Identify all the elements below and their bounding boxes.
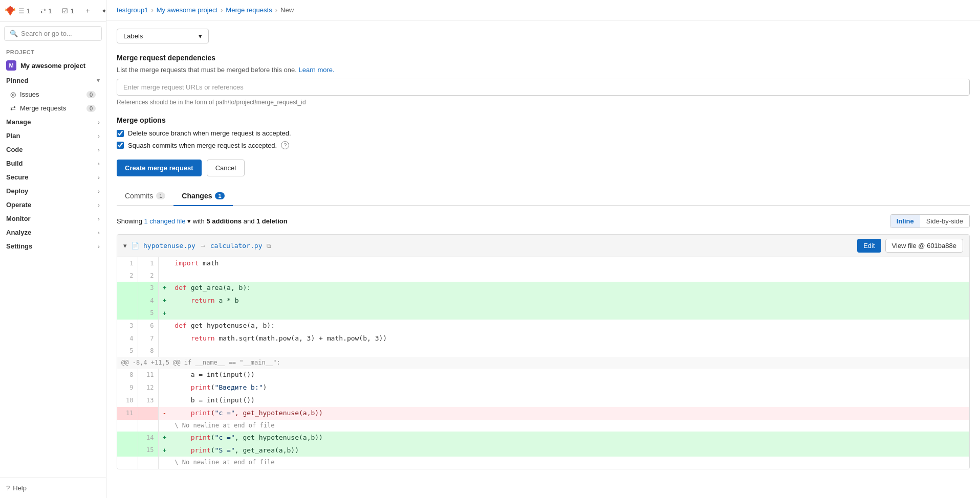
labels-dropdown[interactable]: Labels ▾ (117, 29, 209, 43)
sidebar-item-code[interactable]: Code› (0, 143, 106, 156)
main-content: testgroup1 › My awesome project › Merge … (106, 0, 980, 498)
old-line-num: 11 (117, 407, 138, 420)
sidebar-top-bar: ☰ 1 ⇄ 1 ☑ 1 ＋ ✦ (0, 0, 106, 22)
breadcrumb-group[interactable]: testgroup1 (117, 6, 148, 14)
pinned-section-header[interactable]: Pinned ▾ (0, 74, 106, 87)
breadcrumb-merge-requests[interactable]: Merge requests (226, 6, 272, 14)
add-new-button[interactable]: ＋ (82, 4, 93, 17)
sidebar-item-merge-requests[interactable]: ⇄ Merge requests 0 (0, 101, 106, 115)
line-marker (158, 457, 170, 468)
deletions-count: 1 deletion (256, 217, 288, 225)
line-content: a = int(input()) (170, 369, 969, 381)
old-line-num: 2 (117, 270, 138, 282)
collapse-icon[interactable]: ▾ (123, 242, 127, 250)
tab-commits[interactable]: Commits 1 (117, 187, 173, 206)
sidebar-item-settings[interactable]: Settings› (0, 239, 106, 253)
sidebar-item-secure[interactable]: Secure› (0, 170, 106, 184)
secure-label: Secure (6, 173, 28, 181)
old-line-num: 3 (117, 320, 138, 332)
changed-file-link[interactable]: 1 changed file (144, 217, 185, 225)
side-by-side-view-button[interactable]: Side-by-side (920, 215, 969, 228)
create-merge-request-button[interactable]: Create merge request (117, 160, 202, 176)
old-line-num: 5 (117, 345, 138, 357)
monitor-chevron-icon: › (98, 216, 100, 222)
new-line-num: 1 (138, 257, 158, 270)
inline-view-button[interactable]: Inline (890, 215, 920, 228)
old-line-num (117, 457, 138, 468)
help-label: Help (13, 484, 27, 492)
deploy-chevron-icon: › (98, 188, 100, 194)
merge-request-url-input[interactable] (117, 79, 970, 96)
breadcrumb-sep-1: › (151, 6, 153, 14)
new-line-num (138, 407, 158, 420)
monitor-label: Monitor (6, 215, 31, 222)
help-icon: ? (6, 484, 10, 492)
table-row: 15 + print("S =", get_area(a,b)) (117, 444, 969, 457)
with-text: with (193, 217, 207, 225)
new-line-num: 7 (138, 332, 158, 345)
line-content: return math.sqrt(math.pow(a, 3) + math.p… (170, 332, 969, 345)
diff-table: 1 1 import math 2 2 3 + def get_area(a, … (117, 257, 969, 469)
todo-button[interactable]: ☰ 1 (16, 5, 32, 17)
breadcrumb: testgroup1 › My awesome project › Merge … (106, 0, 980, 20)
old-line-num: 1 (117, 257, 138, 270)
sidebar-item-plan[interactable]: Plan› (0, 129, 106, 143)
sidebar-item-operate[interactable]: Operate› (0, 198, 106, 212)
sidebar-item-deploy[interactable]: Deploy› (0, 184, 106, 198)
merge-requests-nav-label: Merge requests (20, 104, 66, 112)
table-row: \ No newline at end of file (117, 457, 969, 468)
table-row: 8 11 a = int(input()) (117, 369, 969, 381)
view-file-button[interactable]: View file @ 601ba88e (885, 239, 963, 253)
breadcrumb-project[interactable]: My awesome project (157, 6, 217, 14)
line-content: print("c =", get_hypotenuse(a,b)) (170, 432, 969, 444)
sidebar-item-manage[interactable]: Manage› (0, 115, 106, 129)
tab-changes[interactable]: Changes 1 (173, 187, 232, 206)
project-item[interactable]: M My awesome project (0, 57, 106, 74)
delete-source-branch-row: Delete source branch when merge request … (117, 129, 970, 137)
activity-button[interactable]: ✦ (99, 5, 106, 17)
file-path-to[interactable]: calculator.py (210, 242, 263, 250)
search-label: Search or go to... (21, 30, 72, 37)
search-bar[interactable]: 🔍 Search or go to... (4, 26, 102, 41)
analyze-chevron-icon: › (98, 230, 100, 236)
page-content: Labels ▾ Merge request dependencies List… (106, 20, 980, 486)
learn-more-link[interactable]: Learn more. (299, 66, 335, 74)
issues-global-button[interactable]: ☑ 1 (60, 5, 76, 17)
line-marker (158, 369, 170, 381)
merge-request-hint: References should be in the form of path… (117, 99, 970, 106)
squash-info-icon[interactable]: ? (281, 141, 289, 149)
new-line-num: 5 (138, 307, 158, 320)
new-line-num (138, 457, 158, 468)
issues-badge: 0 (86, 91, 96, 98)
delete-source-branch-checkbox[interactable] (117, 130, 124, 137)
line-marker (158, 394, 170, 407)
table-row: 3 6 def get_hypotenuse(a, b): (117, 320, 969, 332)
line-content: def get_hypotenuse(a, b): (170, 320, 969, 332)
line-marker: + (158, 295, 170, 307)
help-button[interactable]: ? Help (0, 478, 106, 498)
sidebar-item-analyze[interactable]: Analyze› (0, 225, 106, 239)
merge-dependencies-desc-text: List the merge requests that must be mer… (117, 66, 297, 74)
sidebar-item-issues[interactable]: ◎ Issues 0 (0, 87, 106, 101)
issues-nav-label: Issues (20, 90, 39, 98)
breadcrumb-current: New (280, 6, 294, 14)
squash-commits-checkbox[interactable] (117, 142, 124, 149)
table-row: 10 13 b = int(input()) (117, 394, 969, 407)
copy-path-icon[interactable]: ⧉ (267, 242, 271, 250)
project-name: My awesome project (20, 62, 85, 70)
gitlab-logo-icon (4, 5, 16, 17)
cancel-button[interactable]: Cancel (207, 160, 245, 176)
line-content (170, 270, 969, 282)
file-diff-header: ▾ 📄 hypotenuse.py → calculator.py ⧉ Edit… (117, 235, 969, 257)
line-content (170, 345, 969, 357)
edit-file-button[interactable]: Edit (857, 239, 881, 253)
sidebar-item-build[interactable]: Build› (0, 156, 106, 170)
file-icon: 📄 (131, 242, 139, 250)
build-chevron-icon: › (98, 161, 100, 167)
merge-requests-global-button[interactable]: ⇄ 1 (38, 5, 54, 17)
sidebar-item-monitor[interactable]: Monitor› (0, 212, 106, 225)
pinned-chevron-icon: ▾ (97, 77, 100, 84)
file-path-from[interactable]: hypotenuse.py (143, 242, 195, 250)
breadcrumb-sep-2: › (221, 6, 223, 14)
new-line-num: 4 (138, 295, 158, 307)
